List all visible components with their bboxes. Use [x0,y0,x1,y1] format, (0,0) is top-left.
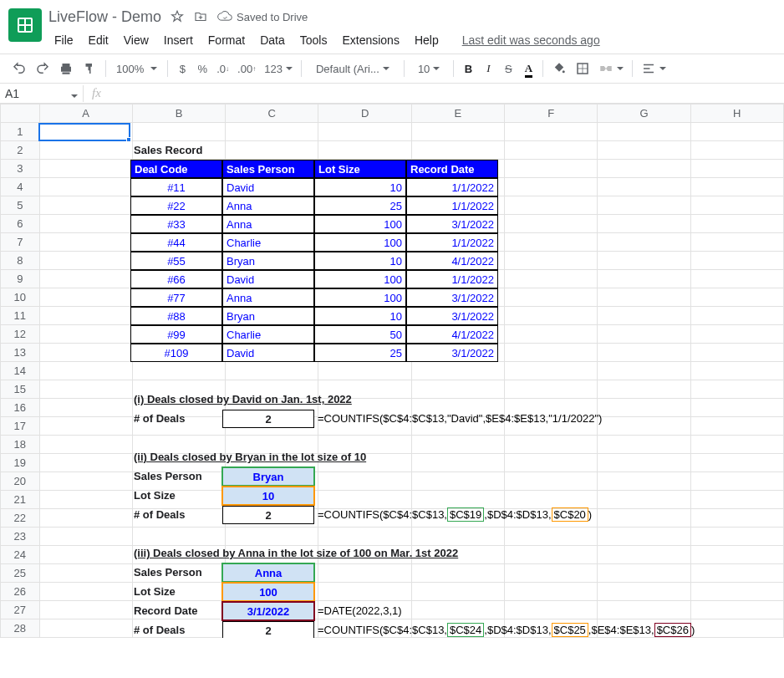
cell[interactable] [598,196,690,215]
row-header[interactable]: 27 [1,601,40,619]
font-select[interactable]: Default (Ari... [307,60,399,78]
cell[interactable] [318,491,411,509]
col-header[interactable]: E [411,105,504,123]
cell[interactable] [598,380,690,399]
cell[interactable] [411,583,504,601]
sheets-logo[interactable] [8,8,42,42]
row-header[interactable]: 22 [1,509,40,528]
decrease-decimal-icon[interactable]: .0↓ [213,59,232,79]
col-header[interactable]: D [318,105,411,123]
row-header[interactable]: 3 [1,160,40,178]
cell[interactable] [690,215,783,233]
cell[interactable] [39,160,132,178]
menu-data[interactable]: Data [254,32,291,48]
cell[interactable] [690,288,783,307]
cell[interactable] [505,601,598,619]
cell[interactable] [39,233,132,252]
move-icon[interactable] [193,9,208,24]
cell[interactable] [39,325,132,344]
cell[interactable] [690,546,783,564]
cell[interactable] [39,380,132,399]
cell[interactable] [598,454,690,472]
cell[interactable] [690,270,783,288]
cell[interactable] [598,270,690,288]
doc-title[interactable]: LiveFlow - Demo [48,8,161,26]
cell[interactable] [505,288,598,307]
cell[interactable] [690,399,783,417]
text-color-icon[interactable]: A [519,59,537,79]
cell[interactable] [690,380,783,399]
cell[interactable] [690,436,783,454]
cell[interactable] [690,252,783,270]
cell[interactable] [318,583,411,601]
cell[interactable] [505,583,598,601]
cell[interactable] [39,454,132,472]
cell[interactable] [318,528,411,546]
col-header[interactable]: A [39,105,132,123]
cell[interactable] [39,417,132,436]
cell[interactable] [411,528,504,546]
cell[interactable] [39,546,132,564]
cell[interactable] [39,619,132,638]
cell[interactable] [318,362,411,380]
cell[interactable] [411,123,504,141]
cell[interactable] [505,491,598,509]
last-edit[interactable]: Last edit was seconds ago [456,32,606,48]
row-header[interactable]: 4 [1,178,40,196]
cell[interactable] [39,307,132,325]
cell[interactable] [690,417,783,436]
cell[interactable] [226,123,318,141]
menu-insert[interactable]: Insert [158,32,199,48]
cell[interactable] [505,344,598,362]
cell[interactable] [598,141,690,160]
cell[interactable] [39,509,132,528]
cell[interactable] [598,362,690,380]
cell[interactable] [598,564,690,583]
menu-view[interactable]: View [118,32,155,48]
row-header[interactable]: 6 [1,215,40,233]
cell[interactable] [411,472,504,491]
cell[interactable] [598,215,690,233]
bold-icon[interactable]: B [459,59,477,79]
row-header[interactable]: 17 [1,417,40,436]
cell[interactable] [505,454,598,472]
row-header[interactable]: 25 [1,564,40,583]
cell[interactable] [690,233,783,252]
cell[interactable] [505,307,598,325]
cell[interactable] [505,325,598,344]
cell[interactable] [39,583,132,601]
cell[interactable] [690,619,783,638]
row-header[interactable]: 19 [1,454,40,472]
cell[interactable] [690,454,783,472]
cell[interactable] [132,123,225,141]
row-header[interactable]: 1 [1,123,40,141]
cell[interactable] [598,399,690,417]
cell[interactable] [318,141,411,160]
menu-tools[interactable]: Tools [294,32,333,48]
cell[interactable] [39,270,132,288]
menu-format[interactable]: Format [202,32,251,48]
row-header[interactable]: 24 [1,546,40,564]
cell[interactable] [505,178,598,196]
cell[interactable] [39,141,132,160]
cell[interactable] [411,601,504,619]
menu-edit[interactable]: Edit [83,32,115,48]
cell[interactable] [39,601,132,619]
cell[interactable] [411,454,504,472]
cell[interactable] [39,344,132,362]
cell[interactable] [690,123,783,141]
cell[interactable] [132,528,225,546]
cell[interactable] [39,564,132,583]
saved-to-drive[interactable]: Saved to Drive [216,8,308,25]
cell[interactable] [598,160,690,178]
cell[interactable] [505,380,598,399]
cell[interactable] [39,288,132,307]
italic-icon[interactable]: I [479,59,497,79]
cell[interactable] [690,528,783,546]
grid[interactable]: A B C D E F G H 123456789101112131415161… [0,104,784,638]
row-header[interactable]: 26 [1,583,40,601]
currency-icon[interactable]: $ [173,59,191,79]
increase-decimal-icon[interactable]: .00↑ [234,59,259,79]
row-header[interactable]: 23 [1,528,40,546]
cell[interactable] [505,436,598,454]
